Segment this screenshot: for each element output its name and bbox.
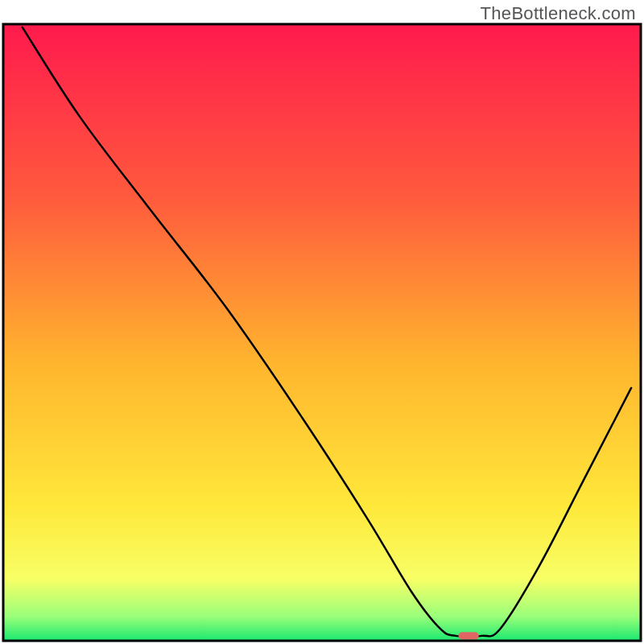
chart-background xyxy=(3,24,641,641)
chart-container: TheBottleneck.com xyxy=(0,0,644,644)
watermark-text: TheBottleneck.com xyxy=(481,3,636,24)
bottleneck-chart xyxy=(0,0,644,644)
optimal-marker xyxy=(458,632,478,639)
